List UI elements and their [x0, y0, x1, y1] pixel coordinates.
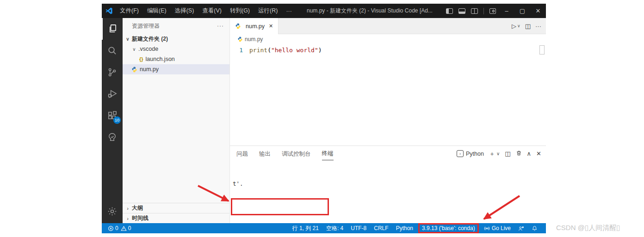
- close-panel-icon[interactable]: ✕: [536, 150, 541, 157]
- json-file-icon: {}: [139, 56, 143, 62]
- chevron-down-icon: ∨: [131, 47, 137, 52]
- outline-section[interactable]: › 大纲: [123, 203, 229, 213]
- breadcrumb[interactable]: num.py: [230, 34, 546, 44]
- toggle-sidebar-icon[interactable]: [446, 8, 453, 14]
- menu-more[interactable]: ···: [282, 8, 296, 14]
- python-file-icon: [235, 23, 241, 29]
- maximize-button[interactable]: ▢: [514, 7, 530, 14]
- split-terminal-icon[interactable]: ◫: [505, 150, 510, 157]
- terminal-line: [233, 230, 546, 237]
- tab-num-py[interactable]: num.py ✕: [230, 18, 279, 34]
- code-token-string: "hello world": [271, 47, 318, 54]
- panel-tab-bar: 问题 输出 调试控制台 终端 › Python ＋ ∨ ◫: [230, 146, 546, 161]
- run-python-file-icon[interactable]: ▷: [512, 23, 516, 30]
- terminal-shell-icon: ›: [457, 150, 464, 157]
- editor-more-actions-icon[interactable]: ···: [535, 23, 541, 30]
- chevron-right-icon: ›: [125, 216, 130, 221]
- titlebar-separator: [483, 8, 484, 14]
- split-editor-icon[interactable]: ◫: [525, 23, 531, 30]
- menu-selection[interactable]: 选择(S): [171, 7, 198, 15]
- terminal-dropdown-icon[interactable]: ∨: [496, 151, 500, 156]
- tab-label: num.py: [246, 23, 265, 30]
- shell-picker[interactable]: › Python: [457, 150, 484, 157]
- toggle-secondary-sidebar-icon[interactable]: [471, 8, 478, 14]
- explorer-title: 资源管理器: [132, 22, 160, 30]
- terminal-line: [233, 205, 546, 213]
- screenshot-canvas: 文件(F) 编辑(E) 选择(S) 查看(V) 转到(G) 运行(R) ··· …: [0, 0, 644, 237]
- python-file-icon: [237, 36, 243, 42]
- extensions-badge: 10: [113, 116, 121, 124]
- toggle-panel-icon[interactable]: [458, 8, 465, 14]
- terminal-line: t'.: [233, 180, 546, 188]
- menu-edit[interactable]: 编辑(E): [143, 7, 171, 15]
- test-explorer-icon[interactable]: [102, 127, 123, 148]
- error-icon: [108, 225, 114, 231]
- menu-view[interactable]: 查看(V): [198, 7, 226, 15]
- editor-actions: ▷ ∨ ◫ ···: [507, 18, 546, 34]
- chevron-down-icon: ∨: [125, 36, 130, 42]
- activity-bar: 10: [102, 18, 123, 223]
- customize-layout-icon[interactable]: [489, 8, 496, 14]
- code-token-paren: (: [267, 47, 271, 54]
- explorer-icon[interactable]: [102, 18, 123, 40]
- python-file-icon: [131, 67, 137, 73]
- code-editor[interactable]: 1 print("hello world"): [230, 44, 546, 146]
- titlebar-actions: – ▢ ✕: [443, 7, 546, 14]
- menu-go[interactable]: 转到(G): [226, 7, 254, 15]
- sidebar-explorer: 资源管理器 ··· ∨ 新建文件夹 (2) ∨ .vscode {} launc…: [123, 18, 230, 223]
- terminal[interactable]: t'. PS C:\Users\54302\Desktop\新建文件夹 (2)>…: [230, 161, 546, 237]
- tree-item-label: num.py: [140, 66, 159, 73]
- timeline-section[interactable]: › 时间线: [123, 213, 229, 223]
- extensions-icon[interactable]: 10: [102, 105, 123, 127]
- editor-tab-bar: num.py ✕ ▷ ∨ ◫ ···: [230, 18, 546, 34]
- editor-column: num.py ✕ ▷ ∨ ◫ ··· num.py: [230, 18, 546, 223]
- code-token-print: print: [249, 47, 267, 54]
- vscode-logo-icon: [102, 7, 116, 15]
- panel-actions: › Python ＋ ∨ ◫ ∧ ✕: [452, 150, 541, 158]
- bottom-panel: 问题 输出 调试控制台 终端 › Python ＋ ∨ ◫: [230, 146, 546, 223]
- editor-scrollbar[interactable]: [539, 45, 545, 55]
- run-dropdown-icon[interactable]: ∨: [517, 24, 520, 28]
- new-terminal-icon[interactable]: ＋: [489, 150, 495, 158]
- menu-run[interactable]: 运行(R): [254, 7, 282, 15]
- tree-item-label: launch.json: [146, 56, 175, 62]
- run-debug-icon[interactable]: [102, 83, 123, 105]
- kill-terminal-icon[interactable]: [516, 150, 522, 158]
- close-window-button[interactable]: ✕: [530, 7, 546, 14]
- settings-gear-icon[interactable]: [102, 199, 123, 223]
- tree-item-label: 新建文件夹 (2): [132, 35, 168, 43]
- warning-icon: [121, 225, 127, 231]
- window-title: num.py - 新建文件夹 (2) - Visual Studio Code …: [296, 7, 443, 15]
- chevron-right-icon: ›: [125, 206, 130, 211]
- warning-count: 0: [128, 225, 131, 231]
- explorer-more-actions-icon[interactable]: ···: [217, 23, 224, 29]
- timeline-label: 时间线: [132, 214, 149, 222]
- source-control-icon[interactable]: [102, 61, 123, 83]
- tab-terminal[interactable]: 终端: [322, 147, 334, 160]
- tab-problems[interactable]: 问题: [236, 147, 248, 160]
- tree-item-vscode-folder[interactable]: ∨ .vscode: [123, 44, 229, 54]
- title-bar: 文件(F) 编辑(E) 选择(S) 查看(V) 转到(G) 运行(R) ··· …: [102, 4, 546, 18]
- problems-status[interactable]: 0 0: [102, 225, 131, 231]
- tree-item-launch-json[interactable]: {} launch.json: [123, 54, 229, 64]
- vscode-window: 文件(F) 编辑(E) 选择(S) 查看(V) 转到(G) 运行(R) ··· …: [102, 4, 546, 233]
- tab-close-icon[interactable]: ✕: [269, 23, 273, 29]
- code-line-1: 1 print("hello world"): [230, 44, 546, 55]
- main-area: 10 资源管理器 ··· ∨ 新建文件夹 (2): [102, 18, 546, 223]
- tree-item-label: .vscode: [138, 46, 158, 52]
- outline-label: 大纲: [132, 204, 143, 212]
- shell-name: Python: [466, 151, 484, 157]
- maximize-panel-icon[interactable]: ∧: [527, 150, 532, 157]
- code-token-paren: ): [318, 47, 322, 54]
- tree-item-root-folder[interactable]: ∨ 新建文件夹 (2): [123, 34, 229, 44]
- tab-debug-console[interactable]: 调试控制台: [282, 147, 311, 160]
- tree-item-num-py[interactable]: num.py: [123, 64, 229, 74]
- minimize-button[interactable]: –: [499, 7, 514, 14]
- breadcrumb-file[interactable]: num.py: [245, 36, 263, 43]
- watermark: CSDN @▯人间清醒▯: [556, 224, 620, 232]
- search-icon[interactable]: [102, 40, 123, 61]
- line-number: 1: [230, 46, 249, 55]
- code-text: print("hello world"): [249, 46, 322, 55]
- tab-output[interactable]: 输出: [259, 147, 271, 160]
- menu-file[interactable]: 文件(F): [116, 7, 143, 15]
